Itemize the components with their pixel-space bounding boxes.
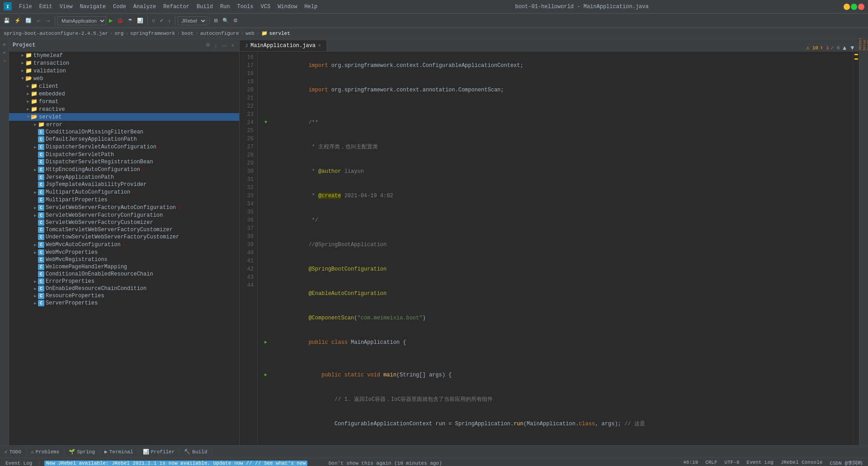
menu-code[interactable]: Code <box>110 3 129 11</box>
project-tree[interactable]: ▶ 📁 thymeleaf ▶ 📁 transaction ▶ 📁 valida… <box>9 52 239 445</box>
jrebel-dropdown[interactable]: JRebel <box>178 16 207 25</box>
status-linesep[interactable]: CRLF <box>703 460 719 466</box>
settings-button[interactable]: ⚙ <box>231 17 240 24</box>
tree-item-servletwebserverfactorycustomizer[interactable]: ▶ C ServletWebServerFactoryCustomizer <box>9 219 239 226</box>
bottom-tab-todo[interactable]: ✓ TODO <box>0 446 26 458</box>
menu-view[interactable]: View <box>57 3 75 11</box>
toolbar-forward[interactable]: → <box>44 17 52 24</box>
code-editor[interactable]: 16 17 18 19 20 21 22 23 24 25 26 27 28 2… <box>240 52 859 445</box>
push-button[interactable]: ↑ <box>166 17 173 24</box>
menu-help[interactable]: Help <box>302 3 320 11</box>
bottom-tab-profiler[interactable]: 📊 Profiler <box>138 446 180 458</box>
git-button[interactable]: ⑂ <box>150 17 157 24</box>
status-eventlog-right[interactable]: Event Log <box>745 460 775 466</box>
status-jrebel-console[interactable]: JRebel Console <box>779 460 824 466</box>
breadcrumb-autoconfigure[interactable]: autoconfigure <box>200 31 239 36</box>
tree-item-webmvcregistrations[interactable]: ▶ C WebMvcRegistrations <box>9 256 239 263</box>
menu-vcs[interactable]: VCS <box>258 3 274 11</box>
menu-file[interactable]: File <box>16 3 35 11</box>
status-csdn[interactable]: CSDN @李阿昀 <box>828 460 864 466</box>
run-config-dropdown[interactable]: MainApplication <box>57 16 106 25</box>
status-jrebel-new[interactable]: New JRebel available: JRebel 2021.2.1 is… <box>44 461 307 466</box>
sidebar-icon-jrebel[interactable]: J <box>1 57 8 64</box>
tree-item-reactive[interactable]: ▶ 📁 reactive <box>9 105 239 113</box>
tree-item-welcomepagehandlermapping[interactable]: ▶ C WelcomePageHandlerMapping <box>9 263 239 271</box>
panel-sort-btn[interactable]: ↕ <box>213 42 219 48</box>
tree-item-dispatcherservletregistrationbean[interactable]: ▶ C DispatcherServletRegistrationBean <box>9 158 239 166</box>
tree-item-servletwebserverfactoryconfiguration[interactable]: ▶ C ServletWebServerFactoryConfiguration <box>9 212 239 219</box>
search-button[interactable]: 🔍 <box>221 17 231 24</box>
tree-item-conditionalonmissingfilterbean[interactable]: ▶ C ConditionalOnMissingFilterBean <box>9 128 239 136</box>
tree-item-format[interactable]: ▶ 📁 format <box>9 98 239 105</box>
tree-item-error[interactable]: ▶ 📁 error <box>9 121 239 128</box>
toolbar-save-all[interactable]: ⚡ <box>13 17 23 24</box>
breadcrumb-web[interactable]: web <box>245 31 255 36</box>
right-icon-rebel[interactable]: JRebel Setup Guide <box>860 41 868 48</box>
panel-close-btn[interactable]: × <box>230 42 236 48</box>
tab-close-mainapplication[interactable]: × <box>318 43 321 48</box>
sidebar-icon-structure[interactable]: ⊞ <box>1 41 8 48</box>
tree-item-jsptemplateAvailabilityprovider[interactable]: ▶ C JspTemplateAvailabilityProvider <box>9 181 239 188</box>
status-dont-show[interactable]: Don't show this again (10 minutes ago) <box>327 461 444 466</box>
tree-item-conditionalonenabledresourcechain[interactable]: ▶ C ConditionalOnEnabledResourceChain <box>9 271 239 278</box>
toolbar-back[interactable]: ← <box>34 17 43 24</box>
bottom-tab-build[interactable]: 🔨 Build <box>179 446 212 458</box>
tree-item-servlet[interactable]: ▼ 📂 servlet <box>9 113 239 121</box>
tree-item-onenabledresourcechaincondition[interactable]: ▶ C OnEnabledResourceChainCondition <box>9 285 239 292</box>
tree-item-dispatcherservletautoconfiguration[interactable]: ▶ C DispatcherServletAutoConfiguration ← <box>9 143 239 151</box>
tree-item-webmvcautoconfiguration[interactable]: ▶ C WebMvcAutoConfiguration ← <box>9 241 239 249</box>
code-content[interactable]: import org.springframework.context.Confi… <box>258 52 853 445</box>
tree-item-errorproperties[interactable]: ▶ C ErrorProperties <box>9 278 239 285</box>
tree-item-httpencodingautoconfiguration[interactable]: ▶ C HttpEncodingAutoConfiguration ← <box>9 166 239 174</box>
tree-item-thymeleaf[interactable]: ▶ 📁 thymeleaf <box>9 52 239 59</box>
menu-run[interactable]: Run <box>217 3 233 11</box>
right-editor-gutter[interactable] <box>853 52 859 445</box>
editor-scroll-down[interactable]: ▼ <box>849 44 855 51</box>
coverage-button[interactable]: ☂ <box>126 17 134 24</box>
breadcrumb-springframework[interactable]: springframework <box>130 31 175 36</box>
tree-item-servletwebserverfactoryautoconfiguration[interactable]: ▶ C ServletWebServerFactoryAutoConfigura… <box>9 204 239 212</box>
tab-mainapplication[interactable]: J MainApplication.java × <box>240 40 327 51</box>
close-button[interactable] <box>858 4 864 10</box>
editor-scroll-up[interactable]: ▲ <box>842 44 848 51</box>
sidebar-icon-favorites[interactable]: ★ <box>1 49 8 56</box>
tree-item-multipartautoconfiguration[interactable]: ▶ C MultipartAutoConfiguration ← <box>9 188 239 196</box>
commit-button[interactable]: ✓ <box>158 17 165 24</box>
status-linecol[interactable]: 46:19 <box>681 460 700 466</box>
debug-button[interactable]: 🐞 <box>115 17 125 24</box>
toolbar-save[interactable]: 💾 <box>2 17 12 24</box>
run-button[interactable]: ▶ <box>107 17 114 24</box>
minimize-button[interactable] <box>844 4 850 10</box>
menu-build[interactable]: Build <box>194 3 216 11</box>
bottom-tab-spring[interactable]: 🌱 Spring <box>64 446 100 458</box>
terminal-button[interactable]: ⊞ <box>212 17 220 24</box>
panel-collapse-btn[interactable]: — <box>221 42 228 48</box>
status-eventlog[interactable]: Event Log <box>4 461 34 466</box>
tree-item-undertowservletwebserverfactorycustomizer[interactable]: ▶ C UndertowServletWebServerFactoryCusto… <box>9 233 239 241</box>
tree-item-multipartproperties[interactable]: ▶ C MultipartProperties <box>9 196 239 204</box>
tree-item-jerseyapplicationpath[interactable]: ▶ C JerseyApplicationPath <box>9 174 239 181</box>
toolbar-sync[interactable]: 🔄 <box>24 17 33 24</box>
tree-item-transaction[interactable]: ▶ 📁 transaction <box>9 59 239 67</box>
panel-settings-btn[interactable]: ⚙ <box>204 42 212 48</box>
menu-navigate[interactable]: Navigate <box>77 3 108 11</box>
bottom-tab-problems[interactable]: ⚠ Problems <box>26 446 64 458</box>
menu-window[interactable]: Window <box>275 3 300 11</box>
tree-item-dispatcherservletpath[interactable]: ▶ C DispatcherServletPath <box>9 151 239 158</box>
menu-analyze[interactable]: Analyze <box>131 3 159 11</box>
tree-item-tomcatservletwebserverfactorycustomizer[interactable]: ▶ C TomcatServletWebServerFactoryCustomi… <box>9 226 239 233</box>
bottom-tab-terminal[interactable]: ▶ Terminal <box>100 446 138 458</box>
tree-item-webmvcproperties[interactable]: ▶ C WebMvcProperties <box>9 249 239 256</box>
menu-tools[interactable]: Tools <box>235 3 256 11</box>
tree-item-web[interactable]: ▼ 📂 web <box>9 75 239 82</box>
tree-item-resourceproperties[interactable]: ▶ C ResourceProperties <box>9 292 239 300</box>
tree-item-serverproperties[interactable]: ▶ C ServerProperties <box>9 300 239 307</box>
tree-item-defaultjerseyapplicationpath[interactable]: ▶ C DefaultJerseyApplicationPath <box>9 136 239 143</box>
status-encoding[interactable]: UTF-8 <box>723 460 741 466</box>
breadcrumb-jar[interactable]: spring-boot-autoconfigure-2.4.5.jar <box>4 31 108 36</box>
breadcrumb-boot[interactable]: boot <box>182 31 193 36</box>
tree-item-client[interactable]: ▶ 📁 client <box>9 82 239 90</box>
menu-refactor[interactable]: Refactor <box>160 3 192 11</box>
breadcrumb-org[interactable]: org <box>115 31 124 36</box>
breadcrumb-servlet[interactable]: servlet <box>269 31 290 36</box>
